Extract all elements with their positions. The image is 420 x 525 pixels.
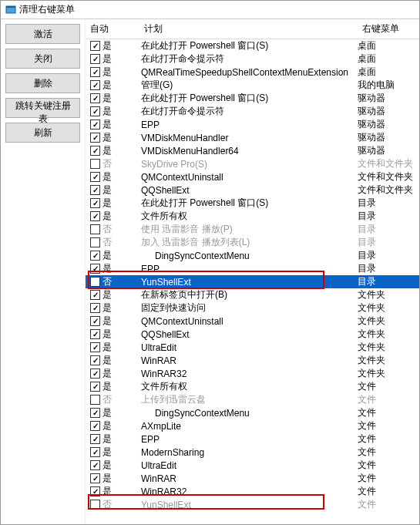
- table-row[interactable]: 是QQShellExt文件夹: [86, 328, 419, 341]
- row-checkbox[interactable]: [90, 264, 100, 274]
- auto-label: 是: [102, 419, 112, 432]
- table-row[interactable]: 是VMDiskMenuHandler驱动器: [86, 131, 419, 144]
- row-checkbox[interactable]: [90, 486, 100, 496]
- table-row[interactable]: 是管理(G)我的电脑: [86, 79, 419, 92]
- auto-label: 是: [102, 92, 112, 105]
- row-checkbox[interactable]: [90, 106, 100, 116]
- row-checkbox[interactable]: [90, 237, 100, 247]
- row-checkbox[interactable]: [90, 447, 100, 457]
- close-button[interactable]: 关闭: [5, 49, 80, 69]
- table-row[interactable]: 是在此打开命令提示符桌面: [86, 52, 419, 66]
- table-row[interactable]: 是WinRAR文件: [86, 472, 419, 485]
- table-row[interactable]: 否SkyDrive Pro(S)文件和文件夹: [86, 157, 419, 170]
- row-checkbox[interactable]: [90, 119, 100, 130]
- row-checkbox[interactable]: [90, 41, 100, 51]
- row-checkbox[interactable]: [90, 172, 100, 182]
- row-checkbox[interactable]: [90, 224, 100, 234]
- table-row[interactable]: 是固定到快速访问文件夹: [86, 301, 419, 315]
- row-checkbox[interactable]: [90, 460, 100, 470]
- plan-label: UltraEdit: [139, 342, 358, 353]
- table-row[interactable]: 是VMDiskMenuHandler64驱动器: [86, 144, 419, 157]
- plan-label: VMDiskMenuHandler64: [139, 146, 358, 156]
- menu-label: 驱动器: [358, 144, 419, 157]
- table-row[interactable]: 否使用 迅雷影音 播放(P)目录: [86, 223, 419, 236]
- delete-button[interactable]: 删除: [5, 73, 80, 93]
- row-checkbox[interactable]: [90, 473, 100, 483]
- table-row[interactable]: 是WinRAR文件夹: [86, 354, 419, 367]
- table-row[interactable]: 是QQShellExt文件和文件夹: [86, 183, 419, 197]
- auto-label: 是: [102, 183, 112, 197]
- table-row[interactable]: 是EPP文件: [86, 432, 419, 446]
- row-checkbox[interactable]: [90, 80, 100, 90]
- row-checkbox[interactable]: [90, 185, 100, 195]
- auto-label: 是: [102, 105, 112, 118]
- plan-label: ModernSharing: [139, 447, 358, 458]
- row-checkbox[interactable]: [90, 54, 100, 64]
- row-checkbox[interactable]: [90, 355, 100, 365]
- row-checkbox[interactable]: [90, 133, 100, 143]
- row-checkbox[interactable]: [90, 67, 100, 77]
- header-auto[interactable]: 自动: [86, 19, 139, 39]
- table-row[interactable]: 是AXmpLite文件: [86, 419, 419, 432]
- table-row[interactable]: 是UltraEdit文件夹: [86, 341, 419, 354]
- row-checkbox[interactable]: [90, 277, 100, 287]
- table-row[interactable]: 是UltraEdit文件: [86, 459, 419, 472]
- row-checkbox[interactable]: [90, 146, 100, 156]
- table-row[interactable]: 否上传到迅雷云盘文件: [86, 393, 419, 406]
- titlebar[interactable]: 清理右键菜单: [1, 1, 419, 19]
- activate-button[interactable]: 激活: [5, 24, 80, 44]
- row-checkbox[interactable]: [90, 159, 100, 169]
- refresh-button[interactable]: 刷新: [5, 123, 80, 143]
- row-checkbox[interactable]: [90, 342, 100, 352]
- plan-label: 固定到快速访问: [139, 301, 358, 315]
- table-row[interactable]: 是QMRealTimeSpeedupShellContextMenuExtens…: [86, 66, 419, 79]
- row-checkbox[interactable]: [90, 303, 100, 313]
- row-checkbox[interactable]: [90, 198, 100, 208]
- row-checkbox[interactable]: [90, 408, 100, 418]
- row-checkbox[interactable]: [90, 329, 100, 339]
- table-row[interactable]: 否加入 迅雷影音 播放列表(L)目录: [86, 236, 419, 249]
- auto-label: 是: [102, 144, 112, 157]
- column-headers[interactable]: 自动 计划 右键菜单: [86, 19, 419, 39]
- row-checkbox[interactable]: [90, 434, 100, 444]
- table-row[interactable]: 是WinRAR32文件: [86, 485, 419, 498]
- row-checkbox[interactable]: [90, 395, 100, 405]
- row-checkbox[interactable]: [90, 369, 100, 379]
- table-row[interactable]: 是文件所有权目录: [86, 210, 419, 223]
- table-row[interactable]: 是在此打开命令提示符驱动器: [86, 105, 419, 118]
- plan-label: QMRealTimeSpeedupShellContextMenuExtensi…: [139, 67, 358, 78]
- row-checkbox[interactable]: [90, 211, 100, 221]
- row-checkbox[interactable]: [90, 93, 100, 103]
- table-row[interactable]: 是DingSyncContextMenu目录: [86, 249, 419, 262]
- menu-label: 驱动器: [358, 92, 419, 105]
- row-checkbox[interactable]: [90, 251, 100, 261]
- row-checkbox[interactable]: [90, 290, 100, 300]
- table-row[interactable]: 是QMContextUninstall文件夹: [86, 315, 419, 328]
- plan-label: WinRAR: [139, 473, 358, 484]
- header-menu[interactable]: 右键菜单: [358, 19, 419, 39]
- table-row[interactable]: 否YunShellExt目录: [86, 275, 419, 288]
- row-checkbox[interactable]: [90, 316, 100, 326]
- table-row[interactable]: 是在此处打开 Powershell 窗口(S)桌面: [86, 39, 419, 52]
- table-row[interactable]: 是在此处打开 Powershell 窗口(S)驱动器: [86, 92, 419, 105]
- table-row[interactable]: 是EPP驱动器: [86, 118, 419, 131]
- main-list[interactable]: 自动 计划 右键菜单 是在此处打开 Powershell 窗口(S)桌面是在此打…: [86, 19, 419, 524]
- table-row[interactable]: 是在此处打开 Powershell 窗口(S)目录: [86, 197, 419, 210]
- plan-label: 在此处打开 Powershell 窗口(S): [139, 39, 358, 52]
- table-row[interactable]: 是ModernSharing文件: [86, 446, 419, 459]
- table-row[interactable]: 是QMContextUninstall文件和文件夹: [86, 170, 419, 183]
- table-row[interactable]: 是在新标签页中打开(B)文件夹: [86, 288, 419, 301]
- table-row[interactable]: 否YunShellExt文件: [86, 498, 419, 511]
- plan-label: YunShellExt: [139, 277, 358, 288]
- menu-label: 目录: [358, 236, 419, 249]
- table-row[interactable]: 是DingSyncContextMenu文件: [86, 406, 419, 419]
- table-row[interactable]: 是文件所有权文件: [86, 380, 419, 393]
- table-row[interactable]: 是WinRAR32文件夹: [86, 367, 419, 380]
- row-checkbox[interactable]: [90, 382, 100, 392]
- row-checkbox[interactable]: [90, 421, 100, 431]
- auto-label: 是: [102, 52, 112, 66]
- jump-registry-button[interactable]: 跳转关键注册表: [5, 98, 80, 118]
- table-row[interactable]: 是EPP目录: [86, 262, 419, 275]
- row-checkbox[interactable]: [90, 500, 100, 510]
- header-plan[interactable]: 计划: [139, 19, 358, 39]
